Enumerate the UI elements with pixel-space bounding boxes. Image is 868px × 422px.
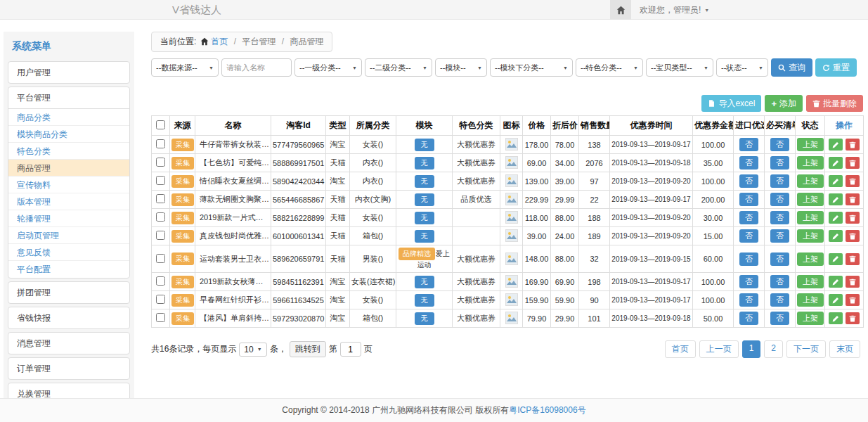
import-select-toggle[interactable]: 否 [739,138,758,151]
edit-button[interactable] [829,276,843,288]
page-next[interactable]: 下一页 [786,340,826,358]
sidebar-subitem[interactable]: 特色分类 [8,143,129,160]
sidebar-subitem[interactable]: 轮播管理 [8,210,129,227]
delete-button[interactable] [846,193,860,205]
page-first[interactable]: 首页 [665,340,696,358]
delete-button[interactable] [846,139,860,151]
row-checkbox[interactable] [156,139,165,148]
page-prev[interactable]: 上一页 [699,340,739,358]
must-buy-toggle[interactable]: 否 [770,156,789,170]
delete-button[interactable] [846,212,860,224]
name-search-input[interactable] [221,58,292,77]
edit-button[interactable] [829,157,843,169]
filter-select-module[interactable]: --模块--▼ [435,58,487,77]
app-title[interactable]: V省钱达人 [172,0,221,20]
delete-button[interactable] [846,157,860,169]
must-buy-toggle[interactable]: 否 [770,275,789,288]
per-page-select[interactable]: 10▼ [239,343,266,357]
must-buy-toggle[interactable]: 否 [770,229,789,243]
row-checkbox[interactable] [156,295,165,304]
status-toggle[interactable]: 上架 [797,138,824,151]
user-menu[interactable]: 欢迎您，管理员! ▼ [640,4,709,16]
must-buy-toggle[interactable]: 否 [770,211,789,224]
add-button[interactable]: + 添加 [765,95,803,112]
page-number-input[interactable] [340,342,361,357]
filter-select-level1-category[interactable]: --一级分类--▼ [294,58,362,77]
import-select-toggle[interactable]: 否 [739,293,758,307]
edit-button[interactable] [829,230,843,242]
delete-button[interactable] [846,312,860,324]
status-toggle[interactable]: 上架 [797,174,824,188]
status-toggle[interactable]: 上架 [797,293,824,307]
delete-button[interactable] [846,230,860,242]
sidebar-subitem[interactable]: 模块商品分类 [8,126,129,143]
breadcrumb-home-link[interactable]: 首页 [211,37,228,46]
sidebar-subitem[interactable]: 商品分类 [8,109,129,126]
edit-button[interactable] [829,212,843,224]
page-1[interactable]: 1 [742,340,761,358]
sidebar-subitem[interactable]: 平台配置 [8,261,129,278]
edit-button[interactable] [829,139,843,151]
row-checkbox[interactable] [156,176,165,185]
sidebar-item-3[interactable]: 省钱快报 [8,307,129,328]
import-select-toggle[interactable]: 否 [739,156,758,170]
must-buy-toggle[interactable]: 否 [770,193,789,206]
delete-button[interactable] [846,294,860,306]
status-toggle[interactable]: 上架 [797,193,824,206]
must-buy-toggle[interactable]: 否 [770,293,789,307]
import-excel-button[interactable]: 导入excel [701,95,761,112]
sidebar-item-0[interactable]: 用户管理 [8,62,129,83]
sidebar-subitem[interactable]: 版本管理 [8,193,129,210]
select-all-checkbox[interactable] [156,120,165,129]
must-buy-toggle[interactable]: 否 [770,252,789,266]
status-toggle[interactable]: 上架 [797,275,824,288]
import-select-toggle[interactable]: 否 [739,211,758,224]
import-select-toggle[interactable]: 否 [739,193,758,206]
sidebar-item-5[interactable]: 订单管理 [8,358,129,379]
status-toggle[interactable]: 上架 [797,211,824,224]
import-select-toggle[interactable]: 否 [739,174,758,188]
status-toggle[interactable]: 上架 [797,156,824,170]
page-last[interactable]: 末页 [829,340,860,358]
reset-button[interactable]: 重置 [815,58,857,77]
delete-button[interactable] [846,175,860,187]
edit-button[interactable] [829,175,843,187]
delete-button[interactable] [846,276,860,288]
page-2[interactable]: 2 [764,340,783,358]
edit-button[interactable] [829,294,843,306]
row-checkbox[interactable] [156,254,165,263]
icp-link[interactable]: 粤ICP备16098006号 [509,405,585,415]
sidebar-subitem[interactable]: 启动页管理 [8,227,129,244]
row-checkbox[interactable] [156,313,165,322]
row-checkbox[interactable] [156,158,165,167]
filter-select-module-subcategory[interactable]: --模块下分类--▼ [490,58,573,77]
row-checkbox[interactable] [156,212,165,222]
sidebar-subitem[interactable]: 宣传物料 [8,177,129,193]
import-select-toggle[interactable]: 否 [739,229,758,243]
filter-select-status[interactable]: --状态--▼ [716,58,768,77]
filter-select-data-source[interactable]: --数据来源--▼ [151,58,219,77]
edit-button[interactable] [829,312,843,324]
search-button[interactable]: 查询 [771,58,812,77]
sidebar-subitem[interactable]: 意见反馈 [8,244,129,261]
import-select-toggle[interactable]: 否 [739,275,758,288]
status-toggle[interactable]: 上架 [797,252,824,266]
status-toggle[interactable]: 上架 [797,312,824,325]
batch-delete-button[interactable]: 批量删除 [806,95,863,112]
sidebar-item-4[interactable]: 消息管理 [8,333,129,354]
sidebar-item-2[interactable]: 拼团管理 [8,282,129,303]
edit-button[interactable] [829,253,843,265]
delete-button[interactable] [846,253,860,265]
must-buy-toggle[interactable]: 否 [770,174,789,188]
import-select-toggle[interactable]: 否 [739,312,758,325]
status-toggle[interactable]: 上架 [797,229,824,243]
row-checkbox[interactable] [156,231,165,240]
filter-select-item-type[interactable]: --宝贝类型--▼ [646,58,713,77]
sidebar-subitem[interactable]: 商品管理 [8,160,129,177]
sidebar-item-1[interactable]: 平台管理 [8,87,129,108]
must-buy-toggle[interactable]: 否 [770,312,789,325]
home-nav-button[interactable] [610,0,631,20]
jump-button[interactable]: 跳转到 [290,341,326,357]
import-select-toggle[interactable]: 否 [739,252,758,266]
must-buy-toggle[interactable]: 否 [770,138,789,151]
